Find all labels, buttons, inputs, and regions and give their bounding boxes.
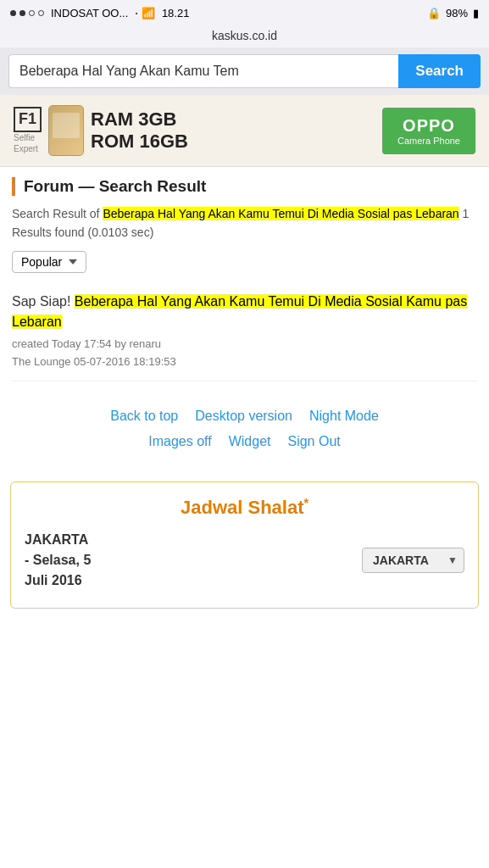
ad-specs: RAM 3GB ROM 16GB bbox=[91, 108, 188, 153]
lock-icon: 🔒 bbox=[427, 7, 441, 19]
popular-dropdown[interactable]: Popular bbox=[12, 251, 86, 273]
forum-title: Forum — Search Result bbox=[24, 177, 206, 196]
night-mode-link[interactable]: Night Mode bbox=[309, 409, 379, 424]
widget-link[interactable]: Widget bbox=[229, 434, 271, 449]
search-input[interactable] bbox=[8, 54, 398, 88]
result-prefix: Search Result of bbox=[12, 207, 100, 220]
time-label: 18.21 bbox=[162, 7, 190, 19]
popular-label: Popular bbox=[21, 255, 62, 269]
result-title: Sap Siap! Beberapa Hal Yang Akan Kamu Te… bbox=[12, 292, 477, 332]
result-meta-created: created Today 17:54 by renaru bbox=[12, 336, 477, 353]
back-to-top-link[interactable]: Back to top bbox=[110, 409, 178, 424]
oppo-badge: OPPO Camera Phone bbox=[382, 108, 475, 154]
desktop-version-link[interactable]: Desktop version bbox=[195, 409, 292, 424]
f1-tagline: SelfieExpert bbox=[14, 132, 42, 154]
footer-links: Back to top Desktop version Night Mode I… bbox=[0, 392, 489, 473]
signal-dot-3 bbox=[29, 10, 35, 16]
dropdown-arrow-icon bbox=[69, 259, 77, 264]
ad-left: F1 SelfieExpert RAM 3GB ROM 16GB bbox=[14, 105, 188, 156]
status-left: INDOSAT OO... ⋅ 📶 18.21 bbox=[10, 7, 189, 19]
url-bar[interactable]: kaskus.co.id bbox=[0, 25, 489, 47]
result-meta-lounge: The Lounge 05-07-2016 18:19:53 bbox=[12, 353, 477, 371]
shalat-card: Jadwal Shalat* JAKARTA - Selasa, 5Juli 2… bbox=[10, 481, 479, 608]
signal-dot-1 bbox=[10, 10, 16, 16]
signal-dot-2 bbox=[19, 10, 25, 16]
shalat-city-select[interactable]: JAKARTA BANDUNG SURABAYA bbox=[362, 548, 464, 573]
search-query-highlight: Beberapa Hal Yang Akan Kamu Temui Di Med… bbox=[103, 207, 458, 220]
signal-dot-4 bbox=[38, 10, 44, 16]
search-button[interactable]: Search bbox=[398, 54, 481, 88]
shalat-select-wrap: JAKARTA BANDUNG SURABAYA bbox=[362, 548, 464, 573]
forum-section: Forum — Search Result Search Result of B… bbox=[0, 167, 489, 392]
shalat-city: JAKARTA - Selasa, 5Juli 2016 bbox=[25, 530, 91, 591]
footer-row-2: Images off Widget Sign Out bbox=[12, 434, 477, 449]
shalat-location-row: JAKARTA - Selasa, 5Juli 2016 JAKARTA BAN… bbox=[25, 530, 464, 591]
images-off-link[interactable]: Images off bbox=[148, 434, 211, 449]
result-title-highlight: Beberapa Hal Yang Akan Kamu Temui Di Med… bbox=[12, 294, 467, 329]
result-item: Sap Siap! Beberapa Hal Yang Akan Kamu Te… bbox=[12, 287, 477, 382]
search-result-desc: Search Result of Beberapa Hal Yang Akan … bbox=[12, 204, 477, 242]
battery-label: 98% bbox=[446, 7, 468, 19]
f1-badge: F1 SelfieExpert bbox=[14, 107, 42, 153]
status-right: 🔒 98% ▮ bbox=[427, 7, 479, 19]
footer-row-1: Back to top Desktop version Night Mode bbox=[12, 409, 477, 424]
sign-out-link[interactable]: Sign Out bbox=[287, 434, 340, 449]
ad-banner: F1 SelfieExpert RAM 3GB ROM 16GB OPPO Ca… bbox=[0, 95, 489, 167]
result-title-prefix: Sap Siap! bbox=[12, 294, 70, 309]
search-bar-container: Search bbox=[0, 47, 489, 95]
battery-icon: ▮ bbox=[473, 7, 479, 19]
url-text: kaskus.co.id bbox=[212, 29, 277, 42]
forum-title-bar: Forum — Search Result bbox=[12, 177, 477, 196]
f1-logo: F1 bbox=[14, 107, 42, 131]
ad-phone-image bbox=[48, 105, 84, 156]
wifi-icon: ⋅ 📶 bbox=[135, 7, 155, 19]
carrier-label: INDOSAT OO... bbox=[51, 7, 128, 19]
shalat-title: Jadwal Shalat* bbox=[25, 496, 464, 519]
status-bar: INDOSAT OO... ⋅ 📶 18.21 🔒 98% ▮ bbox=[0, 0, 489, 25]
